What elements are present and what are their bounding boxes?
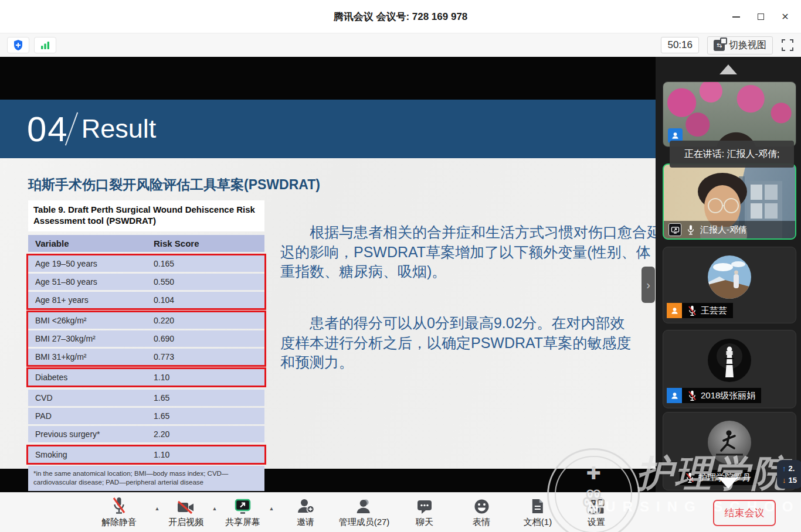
shield-plus-icon xyxy=(13,39,23,51)
sidebar-collapse-button[interactable]: › xyxy=(642,267,655,303)
bottom-toolbar: 解除静音 ▲ 开启视频 ▲ 共享屏幕 xyxy=(0,492,801,532)
row-score: 0.220 xyxy=(154,316,257,325)
share-screen-icon xyxy=(234,499,252,514)
share-options-caret[interactable]: ▲ xyxy=(269,506,274,511)
row-variable: BMI 31+kg/m² xyxy=(35,352,154,362)
settings-label: 设置 xyxy=(588,517,605,528)
scroll-down-arrow[interactable] xyxy=(718,478,738,489)
participant-name: 汇报人-邓倩 xyxy=(700,224,747,236)
table-rows-group: CVD1.65 PAD1.65 Previous surgery*2.20 xyxy=(26,388,266,444)
table-row: Previous surgery*2.20 xyxy=(28,426,264,442)
table-row: CVD1.65 xyxy=(28,390,264,406)
invite-person-icon xyxy=(297,498,314,514)
docs-label: 文档(1) xyxy=(524,517,552,528)
avatar xyxy=(708,421,751,464)
mic-muted-icon xyxy=(688,390,697,401)
window-title: 腾讯会议 会议号: 728 169 978 xyxy=(334,10,468,23)
smoking-row-highlight-box: Smoking1.10 xyxy=(26,445,266,465)
invite-label: 邀请 xyxy=(297,517,314,528)
settings-grid-icon xyxy=(589,499,605,514)
row-variable: BMI 27–30kg/m² xyxy=(35,334,154,343)
row-score: 0.104 xyxy=(154,295,257,305)
participant-video-tile[interactable] xyxy=(663,81,796,147)
maximize-icon xyxy=(758,13,764,20)
participant-namebar: 2018级张丽娟 xyxy=(667,388,761,403)
row-score: 0.690 xyxy=(154,334,257,343)
scroll-up-arrow[interactable] xyxy=(719,64,737,74)
video-options-caret[interactable]: ▲ xyxy=(212,506,218,511)
network-stats-badge[interactable]: ↑2. ↓15 xyxy=(777,460,801,489)
share-screen-label: 共享屏幕 xyxy=(225,517,260,528)
table-row: Age 81+ years0.104 xyxy=(28,292,264,308)
table-row: BMI 31+kg/m²0.773 xyxy=(28,349,264,365)
participant-role-badge xyxy=(667,303,682,318)
share-screen-button[interactable]: 共享屏幕 xyxy=(225,497,260,528)
mic-on-icon xyxy=(687,224,695,236)
person-icon xyxy=(670,391,679,400)
emoji-label: 表情 xyxy=(473,517,490,528)
maximize-button[interactable] xyxy=(751,7,771,27)
manage-members-button[interactable]: 管理成员(27) xyxy=(339,497,390,528)
fullscreen-button[interactable] xyxy=(781,39,794,52)
column-header-variable: Variable xyxy=(35,238,154,248)
row-score: 1.10 xyxy=(154,373,257,382)
manage-members-label: 管理成员(27) xyxy=(339,517,390,528)
meeting-security-button[interactable] xyxy=(7,37,29,53)
network-signal-button[interactable] xyxy=(34,37,56,53)
participant-video-tile[interactable]: 王芸芸 xyxy=(663,247,796,323)
active-speaker-video-tile[interactable]: 汇报人-邓倩 xyxy=(663,163,796,240)
chat-label: 聊天 xyxy=(416,517,433,528)
participant-name: 2018级张丽娟 xyxy=(701,390,755,401)
bmi-rows-highlight-box: BMI <26kg/m²0.220 BMI 27–30kg/m²0.690 BM… xyxy=(26,311,266,367)
chat-bubble-icon xyxy=(416,499,433,514)
row-variable: Previous surgery* xyxy=(35,429,154,439)
download-value: 15 xyxy=(789,475,797,486)
row-variable: Age 81+ years xyxy=(35,295,154,305)
smiley-icon xyxy=(474,499,490,514)
row-score: 1.10 xyxy=(154,450,257,459)
start-video-button[interactable]: 开启视频 xyxy=(168,497,203,528)
participant-video-tile[interactable]: 2018级张丽娟 xyxy=(663,330,796,408)
row-score: 0.773 xyxy=(154,352,257,362)
table-row: PAD1.65 xyxy=(28,408,264,424)
table-header-row: Variable Risk Score xyxy=(28,235,264,252)
participants-sidebar: 正在讲话: 汇报人-邓倩; xyxy=(656,57,801,492)
close-button[interactable]: ✕ xyxy=(775,7,795,27)
switch-view-button[interactable]: ⇆ 切换视图 xyxy=(707,36,773,54)
unmute-button[interactable]: 解除静音 xyxy=(101,497,137,528)
risk-score-table: Table 9. Draft Perth Surgical Wound Dehi… xyxy=(28,200,264,491)
titlebar: 腾讯会议 会议号: 728 169 978 ✕ xyxy=(0,0,801,33)
settings-button[interactable]: 设置 xyxy=(588,497,605,528)
table-row: Age 19–50 years0.165 xyxy=(28,255,264,272)
upload-arrow-icon: ↑ xyxy=(782,463,786,475)
person-icon xyxy=(671,131,680,140)
top-toolbar: 50:16 ⇆ 切换视图 xyxy=(0,33,801,57)
table-row: BMI <26kg/m²0.220 xyxy=(28,312,264,329)
emoji-button[interactable]: 表情 xyxy=(473,497,490,528)
shared-screen-area: 04 Result 珀斯手术伤口裂开风险评估工具草案(PSWDRAT) Tabl… xyxy=(0,57,656,492)
avatar xyxy=(708,255,751,299)
row-variable: Diabetes xyxy=(35,373,154,382)
table-row: Smoking1.10 xyxy=(28,446,264,463)
table-row: Age 51–80 years0.550 xyxy=(28,274,264,290)
camera-off-icon xyxy=(177,500,195,514)
mic-muted-icon xyxy=(111,497,127,514)
audio-options-caret[interactable]: ▲ xyxy=(155,506,160,511)
docs-button[interactable]: 文档(1) xyxy=(524,497,552,528)
invite-button[interactable]: 邀请 xyxy=(297,497,314,528)
participant-namebar: 王芸芸 xyxy=(667,303,733,318)
chat-button[interactable]: 聊天 xyxy=(416,497,433,528)
end-meeting-button[interactable]: 结束会议 xyxy=(713,500,776,526)
minimize-icon xyxy=(732,16,740,18)
tencent-meeting-window: 腾讯会议 会议号: 728 169 978 ✕ xyxy=(0,0,801,532)
signal-bars-icon xyxy=(40,40,50,50)
screen-sharing-icon xyxy=(668,223,681,236)
row-score: 0.550 xyxy=(154,277,257,287)
table-row: Diabetes1.10 xyxy=(28,369,264,386)
active-speaker-namebar: 汇报人-邓倩 xyxy=(664,221,795,238)
switch-view-label: 切换视图 xyxy=(729,39,766,52)
minimize-button[interactable] xyxy=(726,7,746,27)
participant-role-badge xyxy=(667,388,682,403)
switch-view-icon: ⇆ xyxy=(714,40,725,51)
download-arrow-icon: ↓ xyxy=(782,475,786,486)
